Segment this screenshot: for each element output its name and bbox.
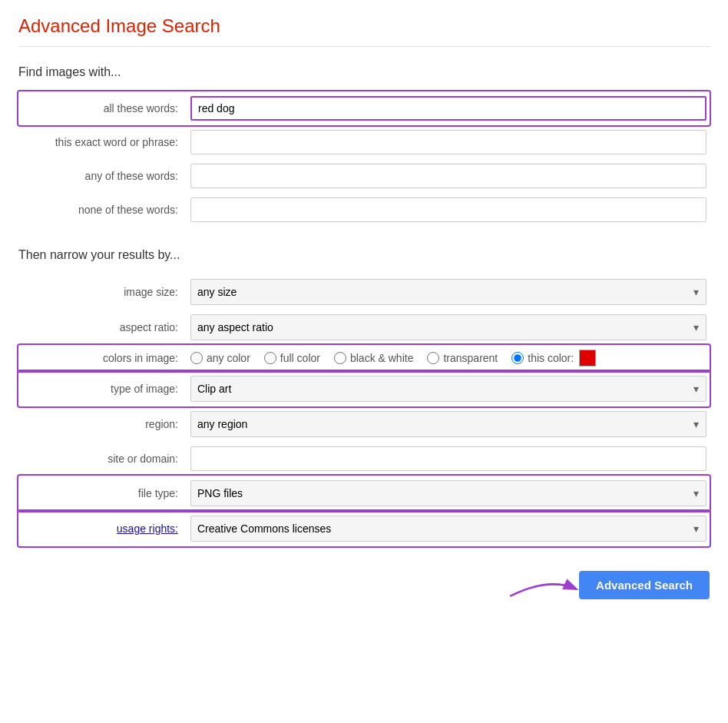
all-these-words-label: all these words: xyxy=(18,91,187,125)
region-select[interactable]: any region xyxy=(190,411,706,437)
aspect-ratio-cell: any aspect ratio tall square wide panora… xyxy=(187,310,710,345)
color-transparent-option[interactable]: transparent xyxy=(427,352,498,364)
file-type-select[interactable]: any format JPG files GIF files PNG files… xyxy=(190,480,706,506)
usage-rights-cell: usage rights: xyxy=(18,511,187,546)
all-these-words-cell: red dog xyxy=(187,91,710,125)
color-any-radio[interactable] xyxy=(190,352,203,364)
color-bw-option[interactable]: black & white xyxy=(334,352,413,364)
none-words-cell xyxy=(187,193,710,227)
region-row: region: any region xyxy=(18,406,710,442)
color-full-label: full color xyxy=(280,352,320,364)
type-of-image-row: type of image: any type Clip art Line dr… xyxy=(18,371,710,406)
site-domain-input[interactable] xyxy=(190,446,706,471)
color-swatch[interactable] xyxy=(579,350,596,366)
color-options-group: any color full color black & white trans… xyxy=(190,350,706,366)
any-words-label: any of these words: xyxy=(18,159,187,193)
color-full-radio[interactable] xyxy=(264,352,276,364)
file-type-cell: any format JPG files GIF files PNG files… xyxy=(187,476,710,511)
any-words-input[interactable] xyxy=(190,164,706,188)
color-any-option[interactable]: any color xyxy=(190,352,250,364)
colors-cell: any color full color black & white trans… xyxy=(187,345,710,371)
colors-row: colors in image: any color full color bl… xyxy=(18,345,710,371)
all-these-words-row: all these words: red dog xyxy=(18,91,710,125)
footer-row: Advanced Search xyxy=(18,568,710,602)
color-this-option[interactable]: this color: xyxy=(511,350,596,366)
file-type-label: file type: xyxy=(18,476,187,511)
image-size-label: image size: xyxy=(18,274,187,310)
aspect-ratio-label: aspect ratio: xyxy=(18,310,187,345)
find-section-heading: Find images with... xyxy=(18,65,710,79)
type-of-image-select-wrapper: any type Clip art Line drawing GIF Face … xyxy=(190,376,706,402)
type-of-image-select[interactable]: any type Clip art Line drawing GIF Face … xyxy=(190,376,706,402)
color-transparent-radio[interactable] xyxy=(427,352,439,364)
color-this-radio[interactable] xyxy=(511,352,524,364)
find-images-table: all these words: red dog this exact word… xyxy=(18,91,710,227)
page-title: Advanced Image Search xyxy=(18,15,710,37)
image-size-select-wrapper: any size large medium icon xyxy=(190,279,706,305)
region-select-wrapper: any region xyxy=(190,411,706,437)
image-size-cell: any size large medium icon xyxy=(187,274,710,310)
color-full-option[interactable]: full color xyxy=(264,352,320,364)
region-label: region: xyxy=(18,406,187,442)
usage-rights-select-wrapper: not filtered by license Creative Commons… xyxy=(190,516,706,542)
advanced-search-button[interactable]: Advanced Search xyxy=(579,571,710,599)
exact-phrase-row: this exact word or phrase: xyxy=(18,125,710,159)
exact-phrase-label: this exact word or phrase: xyxy=(18,125,187,159)
narrow-results-table: image size: any size large medium icon a… xyxy=(18,274,710,546)
site-domain-cell xyxy=(187,442,710,476)
file-type-row: file type: any format JPG files GIF file… xyxy=(18,476,710,511)
none-words-input[interactable] xyxy=(190,197,706,222)
colors-label: colors in image: xyxy=(18,345,187,371)
usage-rights-label[interactable]: usage rights: xyxy=(117,522,178,535)
usage-rights-select[interactable]: not filtered by license Creative Commons… xyxy=(190,516,706,542)
none-words-row: none of these words: xyxy=(18,193,710,227)
image-size-row: image size: any size large medium icon xyxy=(18,274,710,310)
exact-phrase-cell xyxy=(187,125,710,159)
color-transparent-label: transparent xyxy=(443,352,498,364)
aspect-ratio-row: aspect ratio: any aspect ratio tall squa… xyxy=(18,310,710,345)
color-bw-label: black & white xyxy=(350,352,413,364)
type-of-image-label: type of image: xyxy=(18,371,187,406)
file-type-select-wrapper: any format JPG files GIF files PNG files… xyxy=(190,480,706,506)
narrow-section-heading: Then narrow your results by... xyxy=(18,248,710,262)
usage-rights-input-cell: not filtered by license Creative Commons… xyxy=(187,511,710,546)
any-words-row: any of these words: xyxy=(18,159,710,193)
color-bw-radio[interactable] xyxy=(334,352,346,364)
any-words-cell xyxy=(187,159,710,193)
site-domain-row: site or domain: xyxy=(18,442,710,476)
divider xyxy=(18,46,710,47)
site-domain-label: site or domain: xyxy=(18,442,187,476)
color-this-label: this color: xyxy=(528,352,574,364)
aspect-ratio-select-wrapper: any aspect ratio tall square wide panora… xyxy=(190,314,706,340)
image-size-select[interactable]: any size large medium icon xyxy=(190,279,706,305)
none-words-label: none of these words: xyxy=(18,193,187,227)
type-of-image-cell: any type Clip art Line drawing GIF Face … xyxy=(187,371,710,406)
aspect-ratio-select[interactable]: any aspect ratio tall square wide panora… xyxy=(190,314,706,340)
usage-rights-row: usage rights: not filtered by license Cr… xyxy=(18,511,710,546)
region-cell: any region xyxy=(187,406,710,442)
color-any-label: any color xyxy=(207,352,250,364)
exact-phrase-input[interactable] xyxy=(190,130,706,154)
all-these-words-input[interactable]: red dog xyxy=(190,96,706,121)
advanced-search-button-label: Advanced Search xyxy=(596,579,693,592)
arrow-decoration-svg xyxy=(502,569,587,603)
